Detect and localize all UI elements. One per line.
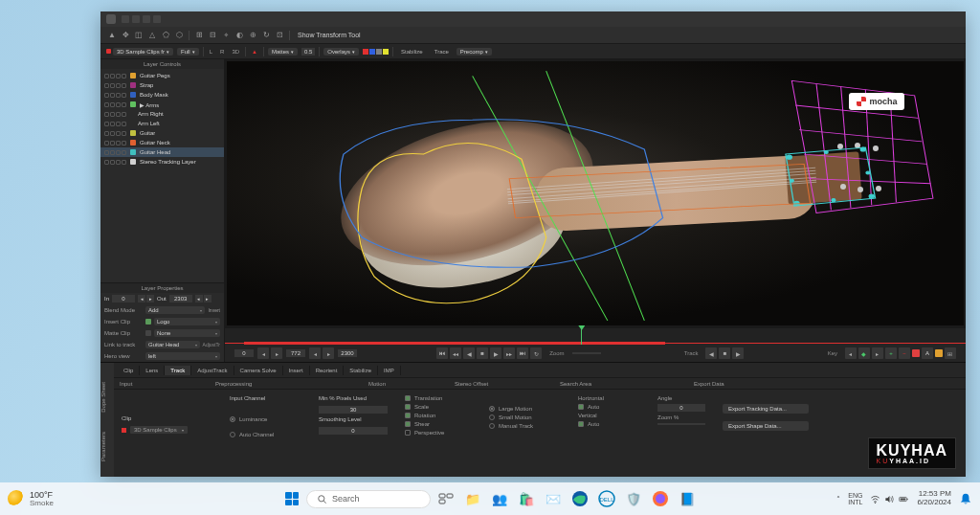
layer-item[interactable]: Body Mask (100, 90, 224, 100)
notification-icon[interactable] (959, 492, 972, 505)
taskbar-search[interactable]: Search (306, 490, 431, 508)
app-icon[interactable]: 📘 (676, 487, 699, 510)
layer-item[interactable]: Guitar Head (100, 147, 224, 157)
export-tracking-button[interactable]: Export Tracking Data... (723, 404, 809, 414)
titlebar (100, 11, 966, 27)
tool-icon[interactable]: ⬡ (173, 30, 185, 41)
tab-track[interactable]: Track (165, 366, 191, 375)
loop-icon[interactable]: ↻ (530, 347, 542, 359)
out-frame-field[interactable]: 2303 (169, 295, 192, 302)
large-motion-radio[interactable] (489, 406, 495, 412)
play-icon[interactable]: ▶ (490, 347, 501, 359)
tool-icon[interactable]: ◫ (133, 30, 145, 41)
volume-icon[interactable] (884, 494, 895, 504)
tool-icon[interactable]: ⊞ (193, 30, 205, 41)
end-icon[interactable]: ⏭ (517, 347, 528, 359)
in-frame-field[interactable]: 0 (112, 295, 135, 302)
task-view-icon[interactable] (434, 487, 457, 510)
step-back-icon[interactable]: ◂◂ (450, 347, 461, 359)
tool-icon[interactable]: ⬠ (160, 30, 171, 41)
security-icon[interactable]: 🛡️ (622, 487, 645, 510)
hero-view-dropdown[interactable]: left (145, 352, 220, 360)
frame-start[interactable]: 0 (234, 349, 254, 357)
min-pixels-field[interactable]: 30 (319, 406, 388, 414)
frame-end[interactable]: 2300 (338, 349, 357, 357)
tray-chevron-icon[interactable]: ˄ (836, 495, 840, 504)
smoothing-field[interactable]: 0 (319, 427, 388, 435)
step-icon[interactable]: ◂ (257, 347, 269, 359)
teams-icon[interactable]: 👥 (488, 487, 511, 510)
link-track-dropdown[interactable]: Guitar Head (145, 341, 200, 348)
layer-item[interactable]: ▶ Arms (100, 100, 224, 109)
angle-field[interactable]: 0 (657, 404, 705, 412)
tool-icon[interactable]: ⊟ (207, 30, 218, 41)
rewind-icon[interactable]: ⏮ (436, 347, 448, 359)
explorer-icon[interactable]: 📁 (461, 487, 484, 510)
tool-icon[interactable]: ✥ (120, 30, 131, 41)
layer-item[interactable]: Guitar Neck (100, 138, 224, 147)
tool-icon[interactable]: △ (146, 30, 158, 41)
frame-current[interactable]: 772 (286, 349, 305, 357)
track-fwd-icon[interactable]: ▶ (732, 347, 744, 359)
clip-dropdown[interactable]: 3D Sample Clips fr (113, 48, 173, 56)
overlays-dropdown[interactable]: Overlays (323, 48, 359, 56)
play-back-icon[interactable]: ◀ (463, 347, 475, 359)
trace-toggle[interactable]: Trace (431, 48, 453, 56)
tab-adjust[interactable]: AdjustTrack (191, 366, 234, 375)
stabilize-toggle[interactable]: Stabilize (397, 48, 427, 56)
battery-icon[interactable] (899, 494, 909, 504)
taskbar-clock[interactable]: 12:53 PM6/20/2024 (917, 490, 951, 507)
manual-track-radio[interactable] (489, 423, 495, 429)
viewer-canvas[interactable]: mocha (227, 61, 964, 325)
tool-icon[interactable]: ↻ (260, 30, 272, 41)
matte-clip-dropdown[interactable]: None (154, 329, 220, 337)
tool-icon[interactable]: ⊡ (274, 30, 285, 41)
pointer-tool-icon[interactable]: ▲ (106, 30, 118, 41)
dell-icon[interactable]: DELL (595, 487, 618, 510)
tab-reorient[interactable]: Reorient (310, 366, 345, 375)
language-indicator[interactable]: ENGINTL (848, 492, 862, 505)
export-shape-button[interactable]: Export Shape Data... (723, 421, 809, 431)
app-icon[interactable]: 🛍️ (515, 487, 538, 510)
insert-clip-dropdown[interactable]: Logo (154, 318, 220, 325)
layer-item[interactable]: Guitar Pegs (100, 71, 224, 80)
step-fwd-icon[interactable]: ▸▸ (503, 347, 515, 359)
layer-item[interactable]: Arm Right (100, 109, 224, 119)
layer-item[interactable]: Arm Left (100, 119, 224, 128)
wifi-icon[interactable] (870, 494, 880, 504)
tab-solve[interactable]: Camera Solve (234, 366, 283, 375)
small-motion-radio[interactable] (489, 414, 495, 420)
blend-mode-dropdown[interactable]: Add (145, 306, 205, 314)
shear-check[interactable] (405, 421, 411, 427)
side-tab-dope[interactable]: Dope Sheet (100, 382, 114, 413)
tab-stabilize[interactable]: Stabilize (344, 366, 378, 375)
track-clip-dropdown[interactable]: 3D Sample Clips (130, 426, 188, 434)
view-mode-dropdown[interactable]: Full (177, 48, 199, 56)
translation-check[interactable] (405, 395, 411, 401)
layer-item[interactable]: Strap (100, 80, 224, 90)
mail-icon[interactable]: ✉️ (542, 487, 565, 510)
perspective-check[interactable] (405, 430, 411, 436)
layer-item[interactable]: Guitar (100, 128, 224, 138)
tool-icon[interactable]: ⊕ (247, 30, 258, 41)
precomp-dropdown[interactable]: Precomp (457, 48, 492, 56)
tab-imp[interactable]: IMP (378, 366, 401, 375)
tab-clip[interactable]: Clip (118, 366, 140, 375)
mattes-dropdown[interactable]: Mattes (268, 48, 298, 56)
scale-check[interactable] (405, 404, 411, 410)
timeline-ruler[interactable] (225, 328, 966, 344)
tool-icon[interactable]: ◐ (234, 30, 245, 41)
track-back-icon[interactable]: ◀ (705, 347, 717, 359)
rotation-check[interactable] (405, 413, 411, 418)
firefox-icon[interactable] (649, 487, 672, 510)
stop-icon[interactable]: ■ (477, 347, 488, 359)
weather-widget[interactable]: 100°FSmoke (8, 490, 54, 507)
tab-lens[interactable]: Lens (140, 366, 165, 375)
zoom-field[interactable] (657, 423, 705, 425)
side-tab-params[interactable]: Parameters (100, 432, 114, 461)
layer-item[interactable]: Stereo Tracking Layer (100, 157, 224, 167)
tab-insert[interactable]: Insert (283, 366, 310, 375)
edge-icon[interactable] (568, 487, 591, 510)
tool-icon[interactable]: ⌖ (220, 30, 232, 41)
start-button[interactable] (281, 488, 302, 509)
